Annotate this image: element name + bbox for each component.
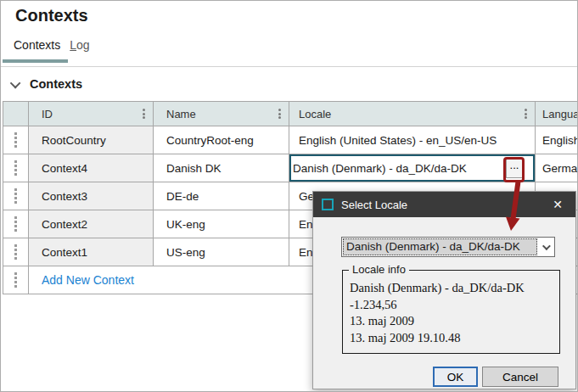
column-header-name[interactable]: Name [154,102,289,126]
select-locale-dialog: Select Locale ✕ Danish (Denmark) - da_DK… [312,191,576,389]
drag-dots-icon [14,188,17,191]
section-header: Contexts [13,77,82,91]
cell-id[interactable]: Context3 [29,182,154,210]
column-menu-icon[interactable] [278,109,281,119]
locale-info-line: 13. maj 2009 19.10.48 [350,330,553,347]
column-header-locale[interactable]: Locale [289,102,536,126]
column-header-language[interactable]: Language [536,102,578,126]
column-header-language-label: Language [542,108,578,120]
dialog-title: Select Locale [341,199,407,211]
tab-log-label: og [76,38,90,52]
cell-id[interactable]: Context2 [29,210,154,238]
column-header-id[interactable]: ID [29,102,154,126]
cell-name[interactable]: DE-de [154,182,289,210]
dialog-titlebar[interactable]: Select Locale ✕ [313,192,575,217]
cell-locale[interactable]: English (United States) - en_US/en-US [289,126,536,154]
column-header-locale-label: Locale [299,108,331,120]
locale-info-line: -1.234,56 [350,297,553,314]
tabs-divider [1,66,578,67]
add-new-context-link[interactable]: Add New Context [42,273,134,287]
chevron-down-icon[interactable] [537,238,553,255]
cell-locale-editing[interactable]: Danish (Denmark) - da_DK/da-DK ... [289,154,536,182]
table-header-row: ID Name Locale Language [3,102,578,126]
tab-bar: Contexts Log [14,38,90,52]
app-icon [322,199,334,210]
locale-info-group-label: Locale info [349,263,409,276]
contexts-page: Contexts Contexts Log Contexts ID Name L… [0,0,578,392]
active-tab-indicator [3,59,68,63]
row-drag-handle[interactable] [3,266,29,294]
close-icon[interactable]: ✕ [540,192,575,217]
drag-dots-icon [14,244,17,247]
row-drag-handle[interactable] [3,182,29,210]
drag-dots-icon [14,272,17,275]
section-title: Contexts [30,77,82,91]
tab-contexts-label: Contexts [14,38,60,52]
locale-info-group: Locale info Danish (Denmark) - da_DK/da-… [342,270,560,354]
chevron-down-icon[interactable] [10,77,21,88]
cell-id[interactable]: Context4 [29,154,154,182]
cell-name[interactable]: US-eng [154,238,289,266]
cell-name[interactable]: Danish DK [154,154,289,182]
tab-log[interactable]: Log [70,38,89,52]
column-menu-icon[interactable] [525,109,527,119]
drag-dots-icon [14,160,17,163]
ok-button[interactable]: OK [433,367,478,387]
row-drag-handle[interactable] [3,154,29,182]
locale-picker-button[interactable]: ... [506,158,523,178]
cell-name[interactable]: UK-eng [154,210,289,238]
locale-info-lines: Danish (Denmark) - da_DK/da-DK -1.234,56… [343,271,559,346]
drag-dots-icon [14,216,17,219]
cell-id[interactable]: RootCountry [29,126,154,154]
locale-info-line: Danish (Denmark) - da_DK/da-DK [350,280,553,297]
locale-info-line: 13. maj 2009 [350,313,553,330]
column-header-name-label: Name [166,108,196,120]
column-header-id-label: ID [42,108,53,120]
row-drag-handle[interactable] [3,126,29,154]
table-row: RootCountry CountryRoot-eng English (Uni… [3,126,578,154]
header-handle-cell [3,102,29,126]
column-menu-icon[interactable] [143,109,145,119]
locale-dropdown-value: Danish (Denmark) - da_DK/da-DK [343,238,537,255]
tab-log-accel: L [70,38,76,52]
row-drag-handle[interactable] [3,238,29,266]
locale-dropdown[interactable]: Danish (Denmark) - da_DK/da-DK [341,237,555,257]
cancel-button[interactable]: Cancel [482,367,558,387]
cell-name[interactable]: CountryRoot-eng [154,126,289,154]
row-drag-handle[interactable] [3,210,29,238]
drag-dots-icon [14,132,17,135]
table-row: Context4 Danish DK Danish (Denmark) - da… [3,154,578,182]
cell-id[interactable]: Context1 [29,238,154,266]
tab-contexts[interactable]: Contexts [14,38,60,52]
cell-language[interactable]: English [536,126,578,154]
page-title: Contexts [15,6,88,25]
cell-language[interactable]: Germa [536,154,578,182]
